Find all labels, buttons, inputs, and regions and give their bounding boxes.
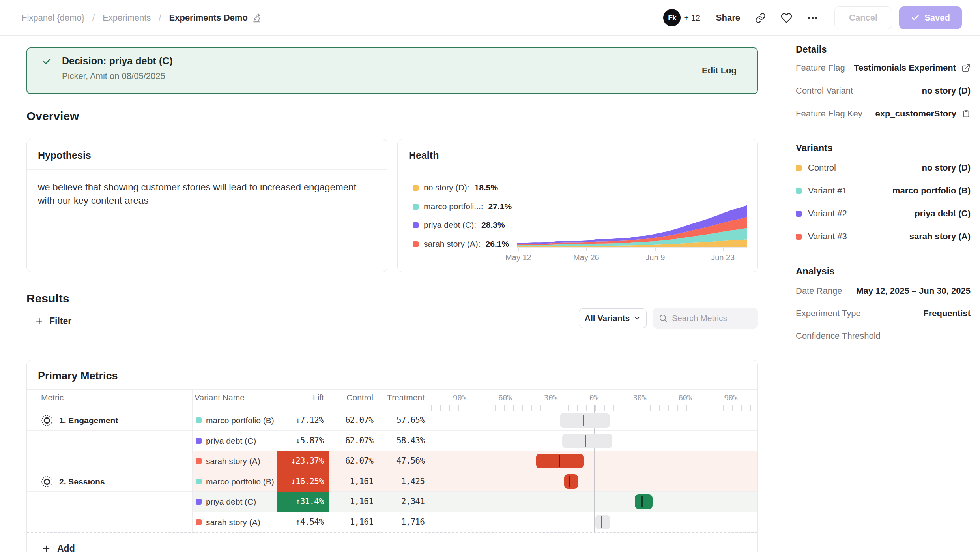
variant-row-1: Variant #1 marco portfolio (B) [796, 182, 971, 199]
treatment-value: 1,716 [378, 512, 425, 533]
metric-goal-icon [41, 476, 53, 488]
x-axis-label: Jun 23 [711, 253, 735, 262]
variant-name: sarah story (A) [206, 512, 260, 533]
clipboard-copy-icon[interactable] [962, 109, 971, 118]
variant-swatch [196, 499, 202, 505]
breadcrumb-project[interactable]: Fixpanel {demo} [22, 13, 84, 23]
confidence-interval-bar [595, 515, 610, 529]
decision-banner: Decision: priya debt (C) Picker, Amit on… [26, 47, 758, 94]
treatment-value: 2,341 [378, 492, 425, 512]
x-axis-label: May 12 [505, 253, 531, 262]
column-header-treatment: Treatment [378, 390, 425, 404]
metric-row[interactable]: priya debt (C) ↓5.87% 62.07% 58.43% [27, 431, 757, 451]
results-heading: Results [26, 292, 69, 305]
health-stacked-area-chart: May 12 May 26 Jun 9 Jun 23 [517, 204, 747, 263]
x-axis-tick [655, 248, 656, 251]
confidence-interval-bar [635, 494, 652, 509]
confidence-interval-bar [560, 413, 610, 428]
saved-button[interactable]: Saved [899, 6, 962, 29]
legend-swatch [413, 185, 419, 191]
variant-swatch [796, 211, 802, 217]
share-button[interactable]: Share [716, 13, 740, 23]
breadcrumb-separator: / [92, 13, 95, 23]
point-estimate-marker [641, 496, 643, 507]
scale-label: 60% [678, 391, 692, 405]
point-estimate-marker [585, 435, 586, 447]
variant-swatch [796, 188, 802, 194]
scrollbar-track[interactable] [975, 36, 975, 552]
favorite-heart-icon[interactable] [781, 12, 792, 24]
legend-item: marco portfoli...: 27.1% [413, 202, 512, 211]
feature-flag-value[interactable]: Testimonials Experiment [854, 63, 956, 73]
external-link-icon[interactable] [961, 64, 971, 73]
metric-row[interactable]: sarah story (A) ↑4.54% 1,161 1,716 [27, 512, 757, 533]
confidence-interval-cell [427, 471, 757, 492]
column-header-lift: Lift [277, 390, 324, 404]
confidence-interval-cell [427, 492, 757, 512]
avatar[interactable]: Fk [663, 9, 681, 26]
variant-name: sarah story (A) [206, 451, 260, 471]
details-sidebar: Details Feature Flag Testimonials Experi… [785, 36, 980, 552]
metric-name: 1. Engagement [59, 410, 118, 431]
lift-value: ↑31.4% [277, 492, 329, 512]
top-bar: Fixpanel {demo} / Experiments / Experime… [0, 0, 980, 36]
search-metrics-input[interactable] [672, 314, 747, 323]
decision-title: Decision: priya debt (C) [62, 55, 173, 67]
divider [27, 169, 387, 170]
confidence-interval-bar [562, 434, 612, 448]
legend-swatch [413, 241, 419, 247]
metric-row[interactable]: sarah story (A) ↓23.37% 62.07% 47.56% [27, 451, 757, 471]
analysis-heading: Analysis [796, 266, 835, 277]
analysis-row-experiment-type: Experiment Type Frequentist [796, 305, 971, 322]
column-divider [192, 389, 193, 532]
breadcrumb-experiments[interactable]: Experiments [103, 13, 151, 23]
legend-swatch [413, 204, 419, 210]
analysis-row-date-range: Date Range May 12, 2025 – Jun 30, 2025 [796, 282, 971, 300]
point-estimate-marker [583, 415, 584, 426]
column-header-metric: Metric [41, 390, 64, 404]
control-value: 1,161 [329, 471, 373, 492]
confidence-interval-bar [536, 454, 583, 468]
more-options-icon[interactable] [807, 13, 818, 23]
copy-link-icon[interactable] [755, 13, 766, 23]
metric-name: 2. Sessions [59, 471, 105, 492]
control-value: 62.07% [329, 451, 373, 471]
experiment-page: Fixpanel {demo} / Experiments / Experime… [0, 0, 980, 552]
scale-label: -90% [449, 391, 466, 405]
column-header-control: Control [329, 390, 373, 404]
detail-row-control-variant: Control Variant no story (D) [796, 82, 971, 100]
scale-label: -60% [494, 391, 512, 405]
divider [26, 342, 758, 342]
cancel-button[interactable]: Cancel [834, 6, 892, 29]
scale-ruler-ticks [429, 405, 758, 411]
lift-value: ↓16.25% [277, 471, 329, 492]
variant-swatch [196, 519, 202, 525]
variant-name: priya debt (C) [206, 431, 256, 451]
scale-label: 30% [633, 391, 646, 405]
hypothesis-title: Hypothesis [38, 150, 91, 161]
detail-row-feature-flag-key: Feature Flag Key exp_customerStory [796, 105, 971, 122]
plus-icon [35, 317, 44, 326]
control-value: 1,161 [329, 492, 373, 512]
metric-row[interactable]: 1. Engagement marco portfolio (B) ↓7.12%… [27, 410, 757, 431]
variant-row-2: Variant #2 priya debt (C) [796, 205, 971, 222]
add-metric-button[interactable]: Add [27, 532, 757, 552]
variant-name: marco portfolio (B) [206, 410, 274, 431]
analysis-row-confidence-threshold: Confidence Threshold [796, 327, 971, 345]
control-value: 1,161 [329, 512, 373, 533]
check-icon [911, 13, 920, 22]
table-header: Metric Variant Name Lift Control Treatme… [27, 389, 757, 410]
control-value: 62.07% [329, 431, 373, 451]
hypothesis-body[interactable]: we believe that showing customer stories… [38, 180, 373, 207]
metric-row[interactable]: 2. Sessions marco portfolio (B) ↓16.25% … [27, 471, 757, 492]
metric-row[interactable]: priya debt (C) ↑31.4% 1,161 2,341 [27, 492, 757, 512]
add-filter-button[interactable]: Filter [35, 312, 71, 330]
topbar-actions: Fk + 12 Share Cancel [663, 0, 962, 36]
overview-heading: Overview [26, 109, 79, 123]
lift-value: ↓5.87% [277, 431, 329, 451]
edit-log-button[interactable]: Edit Log [702, 48, 737, 93]
details-heading: Details [796, 44, 827, 55]
variants-filter-dropdown[interactable]: All Variants [579, 308, 647, 328]
breadcrumb: Fixpanel {demo} / Experiments / Experime… [22, 0, 262, 36]
variant-row-control: Control no story (D) [796, 159, 971, 176]
